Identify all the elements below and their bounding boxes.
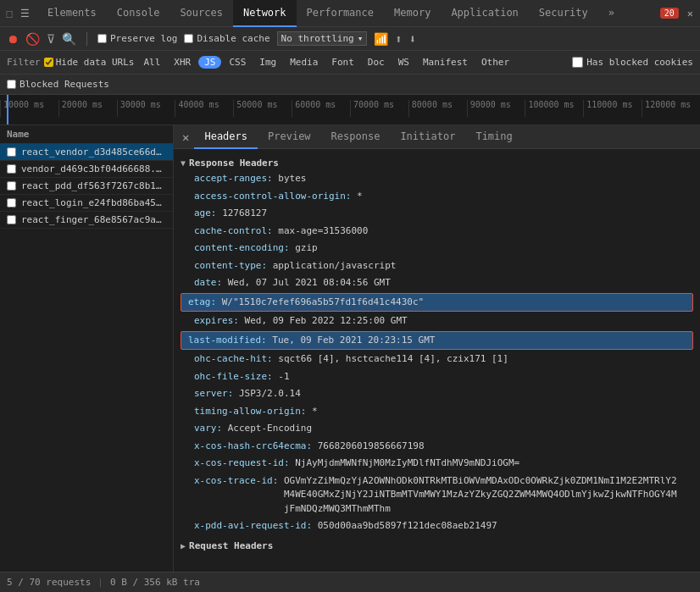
hide-data-urls-checkbox[interactable]: Hide data URLs xyxy=(44,57,135,68)
header-row: cache-control: max-age=31536000 xyxy=(174,223,700,241)
header-rows: accept-ranges: bytesaccess-control-allow… xyxy=(174,170,700,535)
header-key: x-cos-hash-crc64ecma: xyxy=(194,440,318,454)
transfer-size: 0 B / 356 kB tra xyxy=(110,577,200,588)
preserve-log-checkbox[interactable]: Preserve log xyxy=(97,33,177,44)
filter-bar: Filter Hide data URLs AllXHRJSCSSImgMedi… xyxy=(0,51,700,75)
disable-cache-input[interactable] xyxy=(184,34,193,43)
header-key: age: xyxy=(194,207,222,221)
timeline-cursor xyxy=(7,95,8,124)
file-item-checkbox[interactable] xyxy=(7,181,16,191)
tab-console[interactable]: Console xyxy=(107,0,170,27)
filter-pills: AllXHRJSCSSImgMediaFontDocWSManifestOthe… xyxy=(137,56,515,69)
tab-memory[interactable]: Memory xyxy=(384,0,441,27)
filter-pill-all[interactable]: All xyxy=(137,56,166,69)
header-row: server: JSP3/2.0.14 xyxy=(174,385,700,403)
error-badge: 20 xyxy=(660,8,679,19)
right-panel: ✕ HeadersPreviewResponseInitiatorTiming … xyxy=(174,125,700,572)
request-section-arrow: ▶ xyxy=(181,541,186,551)
preserve-log-input[interactable] xyxy=(97,34,107,43)
sub-tab-response[interactable]: Response xyxy=(321,125,391,149)
file-item-checkbox[interactable] xyxy=(7,147,16,157)
header-row: last-modified: Tue, 09 Feb 2021 20:23:15… xyxy=(181,331,693,351)
filter-pill-manifest[interactable]: Manifest xyxy=(417,56,474,69)
timeline-marker: 70000 ms xyxy=(350,100,408,117)
header-row: access-control-allow-origin: * xyxy=(174,188,700,206)
timeline-marker: 60000 ms xyxy=(292,100,350,117)
list-item[interactable]: react_vendor_d3d485ce66d... xyxy=(0,144,173,161)
filter-pill-css[interactable]: CSS xyxy=(223,56,252,69)
filter-pill-js[interactable]: JS xyxy=(198,56,221,69)
header-value: Accept-Encoding xyxy=(228,422,312,436)
header-value: max-age=31536000 xyxy=(278,224,368,239)
tab-elements[interactable]: Elements xyxy=(37,0,107,27)
timeline-marker: 20000 ms xyxy=(58,100,117,117)
header-row: content-encoding: gzip xyxy=(174,240,700,257)
tab-sources[interactable]: Sources xyxy=(169,0,233,27)
hide-data-urls-input[interactable] xyxy=(44,58,53,67)
file-item-checkbox[interactable] xyxy=(7,198,16,207)
panel-close-button[interactable]: ✕ xyxy=(177,130,194,144)
header-value: application/javascript xyxy=(273,259,397,274)
timeline-marker: 30000 ms xyxy=(117,100,175,117)
file-item-name: react_finger_68e8567ac9ad... xyxy=(21,214,166,225)
header-value: -1 xyxy=(278,370,289,385)
sub-tab-initiator[interactable]: Initiator xyxy=(390,125,465,149)
header-value: 050d00aa9bd5897f121dec08aeb21497 xyxy=(318,519,497,534)
timeline-bar: 10000 ms20000 ms30000 ms40000 ms50000 ms… xyxy=(0,95,700,125)
close-button[interactable]: ✕ xyxy=(684,6,697,21)
sub-tab-preview[interactable]: Preview xyxy=(258,125,321,149)
filter-pill-img[interactable]: Img xyxy=(253,56,282,69)
header-row: accept-ranges: bytes xyxy=(174,170,700,188)
tab-application[interactable]: Application xyxy=(441,0,528,27)
filter-label: Filter xyxy=(7,57,41,68)
file-item-checkbox[interactable] xyxy=(7,215,16,224)
throttle-select[interactable]: No throttling ▾ xyxy=(277,31,368,46)
filter-pill-font[interactable]: Font xyxy=(325,56,360,69)
sub-tab-headers[interactable]: Headers xyxy=(194,125,258,149)
tab-network[interactable]: Network xyxy=(233,0,297,27)
list-item[interactable]: react_login_e24fbd86ba454... xyxy=(0,195,173,212)
filter-pill-media[interactable]: Media xyxy=(284,56,324,69)
upload-icon[interactable]: ⬆ xyxy=(395,32,402,46)
blocked-requests-input[interactable] xyxy=(7,80,16,89)
request-section-header[interactable]: ▶ Request Headers xyxy=(174,539,700,553)
filter-pill-xhr[interactable]: XHR xyxy=(168,56,197,69)
requests-count: 5 / 70 requests xyxy=(7,577,91,588)
has-blocked-cookies-input[interactable] xyxy=(572,57,583,68)
search-icon[interactable]: 🔍 xyxy=(62,32,76,46)
record-icon[interactable]: ⏺ xyxy=(7,32,19,46)
timeline-marker: 100000 ms xyxy=(525,100,583,117)
has-blocked-cookies-checkbox[interactable]: Has blocked cookies xyxy=(572,57,693,68)
sub-tab-timing[interactable]: Timing xyxy=(465,125,522,149)
main-tabs: ElementsConsoleSourcesNetworkPerformance… xyxy=(37,0,625,27)
filter-pill-other[interactable]: Other xyxy=(475,56,515,69)
header-value: * xyxy=(357,190,363,204)
header-value: bytes xyxy=(278,172,306,186)
header-value: sqct66 [4], hsctcache114 [4], czix171 [1… xyxy=(278,352,508,367)
response-section-header[interactable]: ▼ Response Headers xyxy=(174,156,700,170)
tab-performance[interactable]: Performance xyxy=(297,0,384,27)
inspect-icon[interactable]: ⬚ xyxy=(3,8,15,19)
file-item-name: react_login_e24fbd86ba454... xyxy=(21,197,166,208)
header-row: timing-allow-origin: * xyxy=(174,403,700,421)
list-item[interactable]: vendor_d469c3bf04d66688... xyxy=(0,161,173,178)
tab-more[interactable]: » xyxy=(598,0,625,27)
header-row: etag: W/"1510c7efef696a5b57fd1f6d41c4430… xyxy=(181,293,693,313)
filter-pill-ws[interactable]: WS xyxy=(392,56,415,69)
list-item[interactable]: react_finger_68e8567ac9ad... xyxy=(0,212,173,229)
filter-pill-doc[interactable]: Doc xyxy=(362,56,391,69)
header-row: x-cos-hash-crc64ecma: 766820601985666719… xyxy=(174,438,700,456)
file-item-checkbox[interactable] xyxy=(7,164,16,174)
header-key: date: xyxy=(194,276,228,290)
disable-cache-checkbox[interactable]: Disable cache xyxy=(184,33,269,44)
header-value: Tue, 09 Feb 2021 20:23:15 GMT xyxy=(272,334,435,348)
wifi-icon[interactable]: 📶 xyxy=(374,32,388,46)
download-icon[interactable]: ⬇ xyxy=(409,32,416,46)
filter-icon[interactable]: ⊽ xyxy=(47,32,55,46)
file-item-name: vendor_d469c3bf04d66688... xyxy=(21,163,166,174)
tab-security[interactable]: Security xyxy=(529,0,598,27)
list-item[interactable]: react_pdd_df563f7267c8b1... xyxy=(0,178,173,195)
header-key: last-modified: xyxy=(188,334,272,348)
clear-icon[interactable]: 🚫 xyxy=(25,32,40,46)
mobile-icon[interactable]: ☰ xyxy=(19,8,31,19)
